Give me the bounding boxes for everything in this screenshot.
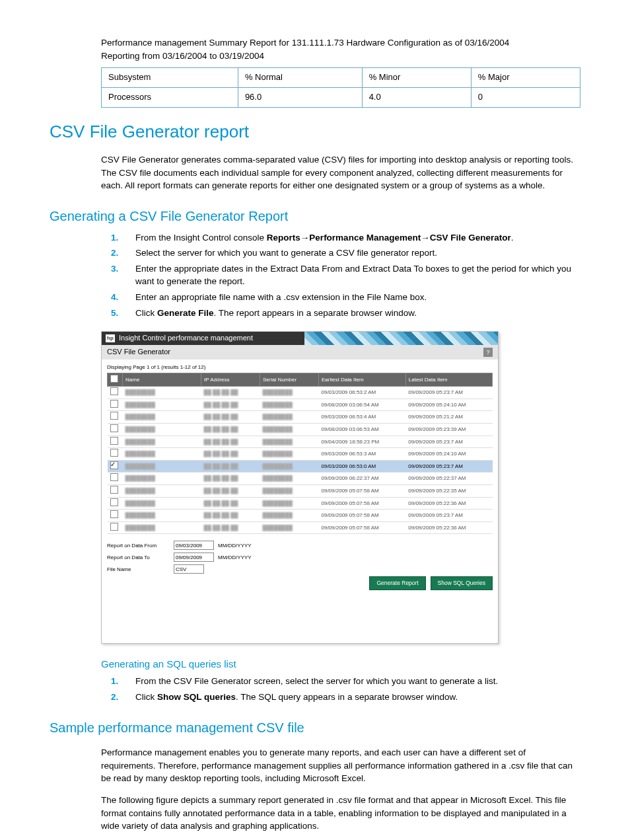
table-row[interactable]: ██████████.██.██.██████████09/03/2009 06… [108,448,493,461]
table-row[interactable]: ██████████.██.██.██████████09/08/2009 03… [108,423,493,436]
heading-sample-csv: Sample performance management CSV file [50,718,580,738]
csv-data-table: Name IP Address Serial Number Earliest D… [107,373,493,535]
date-from-input[interactable] [174,541,214,550]
step-5: Click Generate File. The report appears … [121,307,580,320]
cell-name: ████████ [125,488,155,494]
cell-earliest: 09/09/2009 05:07:58 AM [319,497,406,510]
col-ip[interactable]: IP Address [201,373,260,387]
cell-latest: 09/09/2009 05:23:7 AM [405,436,492,448]
cell-ip: ██.██.██.██ [204,414,238,420]
cell-name: ████████ [125,525,155,531]
row-checkbox[interactable] [110,461,118,469]
row-checkbox[interactable] [110,449,118,457]
row-checkbox[interactable] [110,523,118,531]
table-row[interactable]: ██████████.██.██.██████████09/04/2009 18… [108,436,493,448]
steps-list-2: From the CSV File Generator screen, sele… [101,675,580,703]
col-serial[interactable]: Serial Number [260,373,319,387]
cell-serial: ████████ [263,475,293,481]
cell-name: ████████ [125,512,155,518]
table-row[interactable]: ██████████.██.██.██████████09/09/2009 05… [108,484,493,497]
col-name[interactable]: Name [123,373,201,387]
col-earliest[interactable]: Earliest Data Item [319,373,406,387]
cell-serial: ████████ [263,402,293,408]
cell-serial: ████████ [263,500,293,506]
steps-list-1: From the Insight Control console Reports… [101,231,580,319]
cell-latest: 09/09/2009 05:24:10 AM [405,399,492,411]
cell-serial: ████████ [263,512,293,518]
cell-ip: ██.██.██.██ [204,525,238,531]
cell-earliest: 09/03/2009 06:53:3 AM [319,448,406,461]
cell-latest: 09/09/2009 05:22:36 AM [405,497,492,510]
cell-ip: ██.██.██.██ [204,426,238,432]
table-row[interactable]: ██████████.██.██.██████████09/03/2009 06… [108,387,493,399]
cell-latest: 09/09/2009 05:23:39 AM [405,423,492,436]
csv-intro-paragraph: CSV File Generator generates comma-separ… [101,153,580,192]
table-row[interactable]: ██████████.██.██.██████████09/09/2009 05… [108,497,493,510]
cell-earliest: 09/09/2009 05:07:58 AM [319,484,406,497]
sample-p1: Performance management enables you to ge… [101,746,580,785]
cell-ip: ██.██.██.██ [204,389,238,395]
cell-earliest: 09/09/2009 05:07:58 AM [319,521,406,534]
table-row[interactable]: ██████████.██.██.██████████09/08/2009 03… [108,399,493,411]
row-checkbox[interactable] [110,486,118,494]
cell-name: ████████ [125,475,155,481]
cell-latest: 09/09/2009 05:23:7 AM [405,387,492,399]
filename-label: File Name [107,566,170,574]
cell-serial: ████████ [263,439,293,445]
heading-generating-csv: Generating a CSV File Generator Report [50,207,580,226]
row-checkbox[interactable] [110,424,118,432]
cell-name: ████████ [125,414,155,420]
filename-input[interactable] [174,564,204,574]
row-checkbox[interactable] [110,473,118,481]
row-checkbox[interactable] [110,510,118,518]
sql-step-2: Click Show SQL queries. The SQL query ap… [121,691,580,704]
table-row[interactable]: ██████████.██.██.██████████09/03/2009 06… [108,411,493,424]
cell-name: ████████ [125,389,155,395]
col-latest[interactable]: Latest Data Item [405,373,492,387]
cell-earliest: 09/09/2009 05:07:58 AM [319,510,406,522]
cell-ip: ██.██.██.██ [204,475,238,481]
cell-latest: 09/09/2009 05:22:35 AM [405,484,492,497]
step-3: Enter the appropriate dates in the Extra… [121,262,580,288]
cell-ip: ██.██.██.██ [204,439,238,445]
cell-serial: ████████ [263,389,293,395]
heading-sql-list: Generating an SQL queries list [101,657,580,671]
cell-latest: 09/09/2009 05:22:37 AM [405,473,492,485]
select-all-checkbox[interactable] [110,375,118,383]
date-to-input[interactable] [174,553,214,562]
cell-latest: 09/09/2009 05:24:10 AM [405,448,492,461]
cell-earliest: 09/09/2009 06:22:37 AM [319,473,406,485]
cell-ip: ██.██.██.██ [204,402,238,408]
sample-p2: The following figure depicts a summary r… [101,794,580,833]
cell-name: ████████ [125,402,155,408]
cell-earliest: 09/03/2009 06:53:2 AM [319,387,406,399]
cell-serial: ████████ [263,426,293,432]
cell-earliest: 09/03/2009 06:53:4 AM [319,411,406,424]
from-hint: MM/DD/YYYY [218,542,252,550]
cell-name: ████████ [125,439,155,445]
table-row[interactable]: ██████████.██.██.██████████09/03/2009 06… [108,460,493,473]
row-checkbox[interactable] [110,412,118,420]
paging-text: Displaying Page 1 of 1 (results 1-12 of … [107,363,493,371]
row-checkbox[interactable] [110,437,118,445]
hp-logo-icon [106,334,115,342]
to-hint: MM/DD/YYYY [218,554,252,562]
row-checkbox[interactable] [110,400,118,408]
row-checkbox[interactable] [110,498,118,506]
generate-report-button[interactable]: Generate Report [369,576,425,590]
help-icon[interactable]: ? [483,348,493,357]
cell-name: ████████ [125,426,155,432]
cell-earliest: 09/03/2009 06:53:0 AM [319,460,406,473]
cell-serial: ████████ [263,488,293,494]
cell-ip: ██.██.██.██ [204,488,238,494]
show-sql-button[interactable]: Show SQL Queries [431,576,493,590]
intro-text: Performance management Summary Report fo… [101,36,580,62]
cell-serial: ████████ [263,451,293,457]
table-row[interactable]: ██████████.██.██.██████████09/09/2009 05… [108,510,493,522]
cell-latest: 09/09/2009 05:23:7 AM [405,510,492,522]
csv-generator-screenshot: Insight Control performance management C… [101,331,499,644]
table-row[interactable]: ██████████.██.██.██████████09/09/2009 06… [108,473,493,485]
step-4: Enter an appropriate file name with a .c… [121,291,580,304]
table-row[interactable]: ██████████.██.██.██████████09/09/2009 05… [108,521,493,534]
row-checkbox[interactable] [110,387,118,395]
